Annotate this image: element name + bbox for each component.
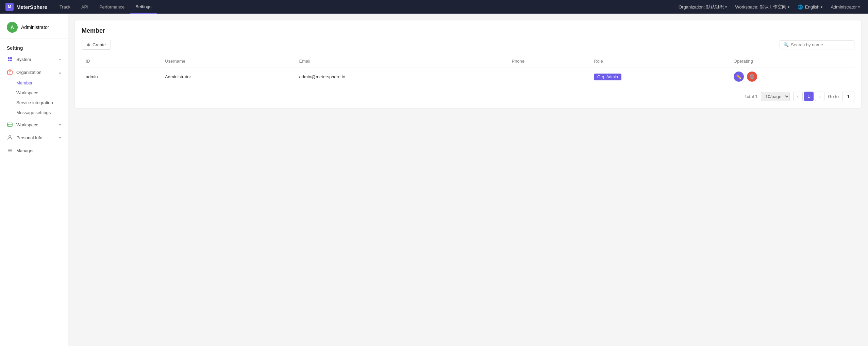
search-input[interactable] bbox=[791, 42, 851, 47]
language-selector[interactable]: 🌐 English ▾ bbox=[795, 3, 825, 11]
member-table: ID Username Email Phone Role Operating a… bbox=[82, 55, 854, 86]
system-label: System bbox=[16, 57, 56, 62]
app-logo[interactable]: M MeterSphere bbox=[5, 3, 47, 11]
sidebar-item-service-integration[interactable]: Service integration bbox=[0, 98, 68, 108]
layout: A Administrator Setting System ▾ bbox=[0, 14, 868, 346]
main-content: Member ⊕ Create 🔍 ID Username Email bbox=[68, 14, 868, 346]
workspace-sub-label: Workspace bbox=[16, 90, 38, 95]
goto-input[interactable] bbox=[842, 92, 854, 101]
svg-rect-2 bbox=[10, 57, 12, 59]
sidebar-item-workspace-group[interactable]: Workspace ▾ bbox=[0, 119, 68, 130]
workspace-group-icon bbox=[7, 122, 13, 128]
member-label: Member bbox=[16, 80, 33, 85]
sidebar-item-organization[interactable]: Organization ▴ bbox=[0, 66, 68, 78]
org-name: 默认组织 bbox=[706, 4, 724, 10]
col-email: Email bbox=[295, 55, 508, 67]
col-operating: Operating bbox=[730, 55, 854, 67]
user-chevron-icon: ▾ bbox=[858, 5, 860, 9]
sidebar-item-message-settings[interactable]: Message settings bbox=[0, 108, 68, 117]
svg-rect-3 bbox=[10, 60, 12, 61]
manager-icon bbox=[7, 147, 13, 154]
table-header: ID Username Email Phone Role Operating bbox=[82, 55, 854, 67]
search-icon: 🔍 bbox=[783, 42, 789, 47]
prev-page-button[interactable]: ‹ bbox=[793, 92, 803, 101]
workspace-group-arrow-icon: ▾ bbox=[59, 123, 61, 127]
user-name: Administrator bbox=[831, 4, 857, 10]
col-phone: Phone bbox=[507, 55, 590, 67]
sidebar: A Administrator Setting System ▾ bbox=[0, 14, 68, 346]
sidebar-item-workspace[interactable]: Workspace bbox=[0, 88, 68, 98]
service-integration-label: Service integration bbox=[16, 100, 53, 105]
sidebar-item-personal-info[interactable]: Personal Info ▾ bbox=[0, 132, 68, 143]
table-body: admin Administrator admin@metersphere.io… bbox=[82, 67, 854, 86]
sidebar-item-system[interactable]: System ▾ bbox=[0, 53, 68, 65]
sidebar-item-member[interactable]: Member bbox=[0, 78, 68, 88]
delete-button[interactable]: 🗑️ bbox=[747, 72, 757, 82]
workspace-selector[interactable]: Workspace: 默认工作空间 ▾ bbox=[732, 2, 792, 11]
org-label: Organization: bbox=[679, 4, 705, 10]
organization-icon bbox=[7, 69, 13, 75]
nav-api[interactable]: API bbox=[76, 0, 94, 14]
cell-operating: ✏️ 🗑️ bbox=[730, 67, 854, 86]
current-page-button[interactable]: 1 bbox=[804, 92, 814, 101]
cell-username: Administrator bbox=[161, 67, 295, 86]
nav-settings[interactable]: Settings bbox=[130, 0, 157, 14]
sidebar-item-manager[interactable]: Manager bbox=[0, 145, 68, 156]
panel-toolbar: ⊕ Create 🔍 bbox=[82, 40, 854, 50]
col-username: Username bbox=[161, 55, 295, 67]
cell-role: Org_Admin bbox=[590, 67, 730, 86]
member-panel: Member ⊕ Create 🔍 ID Username Email bbox=[75, 20, 861, 108]
org-selector[interactable]: Organization: 默认组织 ▾ bbox=[676, 2, 730, 11]
personal-info-arrow-icon: ▾ bbox=[59, 136, 61, 140]
svg-rect-0 bbox=[8, 57, 10, 59]
top-nav: M MeterSphere Track API Performance Sett… bbox=[0, 0, 868, 14]
total-count: Total 1 bbox=[745, 94, 757, 99]
sidebar-group-personal-info: Personal Info ▾ bbox=[0, 132, 68, 143]
personal-info-label: Personal Info bbox=[16, 135, 56, 140]
svg-rect-1 bbox=[8, 60, 10, 61]
organization-arrow-icon: ▴ bbox=[59, 70, 61, 74]
panel-title: Member bbox=[82, 27, 854, 34]
logo-icon: M bbox=[5, 3, 14, 11]
organization-label: Organization bbox=[16, 70, 56, 75]
system-icon bbox=[7, 56, 13, 62]
message-settings-label: Message settings bbox=[16, 110, 51, 115]
sidebar-group-system: System ▾ bbox=[0, 53, 68, 65]
user-menu[interactable]: Administrator ▾ bbox=[828, 3, 863, 11]
personal-info-icon bbox=[7, 135, 13, 141]
sidebar-group-workspace: Workspace ▾ bbox=[0, 119, 68, 130]
svg-rect-5 bbox=[9, 70, 11, 71]
sidebar-group-organization: Organization ▴ Member Workspace Service … bbox=[0, 66, 68, 117]
workspace-name: 默认工作空间 bbox=[760, 4, 786, 10]
language-chevron-icon: ▾ bbox=[821, 5, 822, 9]
cell-phone bbox=[507, 67, 590, 86]
table-row: admin Administrator admin@metersphere.io… bbox=[82, 67, 854, 86]
user-section: A Administrator bbox=[0, 19, 68, 38]
nav-performance[interactable]: Performance bbox=[94, 0, 130, 14]
plus-icon: ⊕ bbox=[87, 42, 90, 47]
edit-button[interactable]: ✏️ bbox=[734, 72, 744, 82]
cell-id: admin bbox=[82, 67, 161, 86]
page-nav: ‹ 1 › bbox=[793, 92, 824, 101]
nav-right: Organization: 默认组织 ▾ Workspace: 默认工作空间 ▾… bbox=[676, 2, 863, 11]
sidebar-group-manager: Manager bbox=[0, 145, 68, 156]
language-label: English bbox=[805, 4, 820, 10]
pagination: Total 1 10/page ‹ 1 › Go to bbox=[82, 92, 854, 101]
col-role: Role bbox=[590, 55, 730, 67]
system-arrow-icon: ▾ bbox=[59, 58, 61, 61]
setting-title: Setting bbox=[0, 43, 68, 53]
nav-track[interactable]: Track bbox=[54, 0, 76, 14]
cell-email: admin@metersphere.io bbox=[295, 67, 508, 86]
next-page-button[interactable]: › bbox=[815, 92, 824, 101]
workspace-group-label: Workspace bbox=[16, 122, 56, 127]
create-button[interactable]: ⊕ Create bbox=[82, 40, 111, 50]
goto-label: Go to bbox=[828, 94, 839, 99]
col-id: ID bbox=[82, 55, 161, 67]
manager-label: Manager bbox=[16, 148, 61, 153]
svg-point-10 bbox=[9, 136, 11, 138]
svg-rect-7 bbox=[7, 123, 12, 126]
avatar: A bbox=[7, 22, 18, 33]
workspace-chevron-icon: ▾ bbox=[788, 5, 789, 9]
per-page-select[interactable]: 10/page bbox=[761, 92, 790, 101]
globe-icon: 🌐 bbox=[798, 4, 803, 10]
